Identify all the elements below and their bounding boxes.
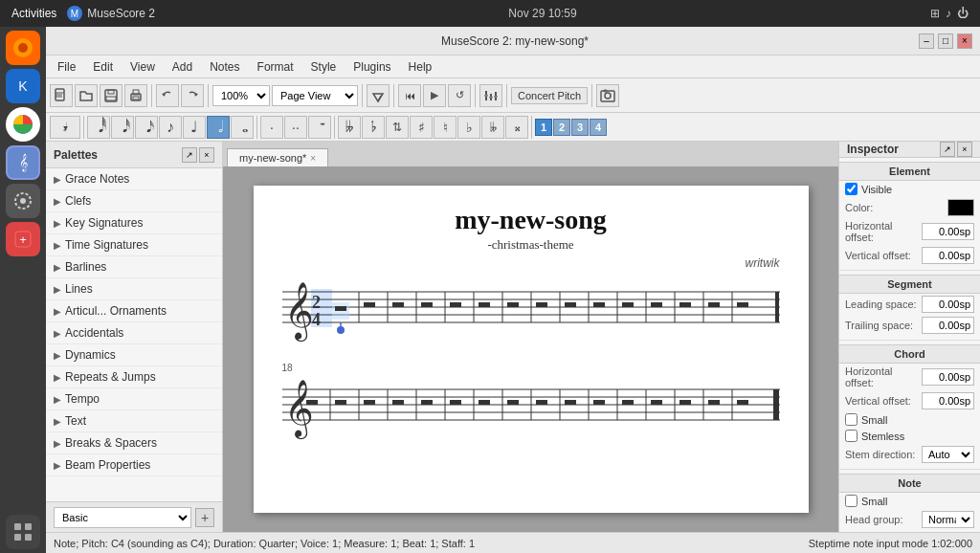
play-btn[interactable]: ▶	[423, 84, 446, 107]
restore-btn[interactable]: □	[938, 33, 953, 49]
menu-plugins[interactable]: Plugins	[345, 58, 398, 76]
sharp-btn[interactable]: ♯	[410, 116, 433, 139]
h-offset-input[interactable]	[922, 223, 974, 240]
palette-dynamics[interactable]: ▶ Dynamics	[46, 344, 222, 366]
palette-grace-notes[interactable]: ▶ Grace Notes	[46, 168, 222, 190]
concert-pitch-btn[interactable]: Concert Pitch	[511, 87, 588, 104]
score-canvas[interactable]: my-new-song -christmas-theme writwik 𝄞 2	[223, 166, 838, 532]
palette-articulations[interactable]: ▶ Articul... Ornaments	[46, 300, 222, 322]
palette-beam-properties[interactable]: ▶ Beam Properties	[46, 454, 222, 476]
activities-btn[interactable]: Activities	[11, 7, 56, 20]
taskbar-apps[interactable]	[6, 515, 40, 549]
close-btn[interactable]: ×	[957, 33, 972, 49]
taskbar-settings[interactable]	[6, 184, 40, 218]
leading-space-input[interactable]	[922, 296, 974, 313]
visible-checkbox[interactable]	[845, 183, 858, 195]
duration-half-btn[interactable]: 𝅗𝅥	[207, 116, 230, 139]
natural-btn[interactable]: ♮	[434, 116, 457, 139]
menu-notes[interactable]: Notes	[202, 58, 247, 76]
loop-btn[interactable]: ↺	[448, 84, 471, 107]
palette-breaks[interactable]: ▶ Breaks & Spacers	[46, 432, 222, 454]
duration-whole-btn[interactable]: 𝅝	[231, 116, 254, 139]
taskbar-musescore[interactable]: 𝄞	[6, 145, 40, 180]
double-dot-btn[interactable]: ··	[284, 116, 307, 139]
voice-1-btn[interactable]: 1	[535, 119, 552, 136]
stemless-checkbox[interactable]	[845, 430, 858, 442]
palette-repeats[interactable]: ▶ Repeats & Jumps	[46, 366, 222, 388]
rest-btn[interactable]: 𝄻	[308, 116, 331, 139]
arrow-icon: ▶	[54, 350, 61, 361]
undo-btn[interactable]	[156, 84, 179, 107]
note-input-btn[interactable]: 𝅗𝅥▾	[50, 116, 80, 139]
palette-tempo[interactable]: ▶ Tempo	[46, 388, 222, 410]
svg-marker-28	[194, 93, 198, 97]
save-btn[interactable]	[100, 84, 122, 107]
voice-2-btn[interactable]: 2	[553, 119, 570, 136]
inspector-expand-btn[interactable]: ↗	[940, 142, 955, 157]
menu-edit[interactable]: Edit	[85, 58, 121, 76]
close-tab-btn[interactable]: ×	[310, 153, 316, 164]
view-mode-select[interactable]: Page View Continuous View	[272, 85, 358, 106]
duration-32nd-btn[interactable]: 𝅘𝅥𝅰	[111, 116, 134, 139]
head-group-select[interactable]: Normal	[922, 511, 974, 528]
menu-view[interactable]: View	[122, 58, 163, 76]
minimize-btn[interactable]: –	[919, 33, 934, 49]
menu-file[interactable]: File	[50, 58, 83, 76]
palette-clefs[interactable]: ▶ Clefs	[46, 190, 222, 212]
duration-16th-btn[interactable]: 𝅘𝅥𝅯	[135, 116, 158, 139]
palette-time-signatures[interactable]: ▶ Time Signatures	[46, 234, 222, 256]
menu-format[interactable]: Format	[250, 58, 301, 76]
dot-btn[interactable]: ·	[260, 116, 283, 139]
palette-key-signatures[interactable]: ▶ Key Signatures	[46, 212, 222, 234]
print-btn[interactable]	[124, 84, 147, 107]
mixer-btn[interactable]	[479, 84, 502, 107]
chord-v-offset-input[interactable]	[922, 392, 974, 409]
note-small-checkbox[interactable]	[845, 495, 858, 507]
duration-quarter-btn[interactable]: ♩	[183, 116, 206, 139]
redo-btn[interactable]	[181, 84, 204, 107]
new-file-btn[interactable]	[50, 84, 73, 107]
chord-h-offset-input[interactable]	[922, 368, 974, 386]
zoom-select[interactable]: 100% 75% 150%	[212, 85, 270, 106]
trailing-space-input[interactable]	[922, 317, 974, 334]
acciaccatura-btn[interactable]: 𝄫	[338, 116, 361, 139]
score-tab[interactable]: my-new-song* ×	[227, 148, 328, 166]
small-checkbox[interactable]	[845, 413, 858, 426]
inspector-close-btn[interactable]: ×	[957, 142, 972, 157]
flat-btn[interactable]: ♭	[457, 116, 480, 139]
taskbar-firefox[interactable]	[6, 31, 40, 65]
taskbar-software[interactable]: +	[6, 222, 40, 256]
palette-preset-select[interactable]: Basic Advanced	[54, 507, 191, 528]
taskbar-chrome[interactable]	[6, 107, 40, 142]
color-picker[interactable]	[947, 199, 974, 216]
metronome-btn[interactable]	[367, 84, 390, 107]
double-sharp-btn[interactable]: 𝄪	[505, 116, 528, 139]
palettes-expand-btn[interactable]: ↗	[182, 147, 197, 163]
menu-help[interactable]: Help	[401, 58, 440, 76]
menu-add[interactable]: Add	[165, 58, 200, 76]
flip-btn[interactable]: ⇅	[386, 116, 409, 139]
voice-3-btn[interactable]: 3	[571, 119, 589, 136]
duration-64th-btn[interactable]: 𝅘𝅥𝅱	[87, 116, 110, 139]
toolbar-sep-5	[475, 84, 476, 107]
palette-lines[interactable]: ▶ Lines	[46, 278, 222, 300]
palette-text[interactable]: ▶ Text	[46, 410, 222, 432]
palette-accidentals[interactable]: ▶ Accidentals	[46, 322, 222, 344]
arrow-icon: ▶	[54, 240, 61, 251]
stemless-label: Stemless	[861, 431, 904, 442]
add-palette-btn[interactable]: +	[195, 508, 214, 527]
voice-4-btn[interactable]: 4	[590, 119, 607, 136]
double-flat-btn[interactable]: 𝄫	[481, 116, 504, 139]
palette-barlines[interactable]: ▶ Barlines	[46, 256, 222, 278]
appoggiatura-btn[interactable]: 𝄬	[362, 116, 385, 139]
rewind-btn[interactable]: ⏮	[398, 84, 421, 107]
open-file-btn[interactable]	[75, 84, 98, 107]
taskbar-kde[interactable]: K	[6, 69, 40, 103]
menu-style[interactable]: Style	[303, 58, 345, 76]
v-offset-input[interactable]	[922, 247, 974, 264]
stem-dir-select[interactable]: Auto Up Down	[922, 446, 974, 463]
screenshot-btn[interactable]	[596, 84, 619, 107]
palettes-close-btn[interactable]: ×	[199, 147, 214, 163]
svg-rect-95	[507, 400, 519, 405]
duration-8th-btn[interactable]: ♪	[159, 116, 182, 139]
